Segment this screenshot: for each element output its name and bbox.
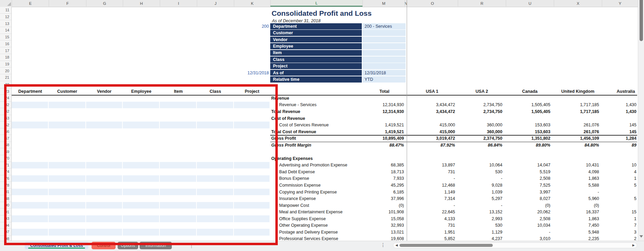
banded-row-cell[interactable] [197,162,233,169]
filter-value-customer[interactable] [362,30,406,36]
value-cell[interactable]: 1,717,185 [551,102,599,109]
scroll-down-arrow-icon[interactable] [640,235,643,238]
row-header-13[interactable]: 13 [0,20,11,27]
value-cell[interactable]: 1,419,521 [356,128,404,135]
value-cell[interactable]: 153,603 [502,122,550,128]
value-cell[interactable]: 1,863 [551,215,599,222]
horizontal-scrollbar-thumb[interactable] [399,244,493,247]
value-cell[interactable]: 68,385 [356,162,404,169]
value-cell[interactable]: 12,468 [407,182,455,189]
banded-row-cell[interactable] [234,202,270,209]
row-header-21[interactable]: 21 [0,74,11,81]
banded-row-cell[interactable] [12,175,48,182]
banded-row-cell[interactable] [86,202,122,209]
banded-row-cell[interactable] [160,122,196,128]
value-cell[interactable]: 10 [602,162,636,169]
row-header-18[interactable]: 18 [0,54,11,61]
value-cell[interactable]: 7,525 [502,182,550,189]
banded-row-cell[interactable] [49,202,85,209]
banded-row-cell[interactable] [49,102,85,109]
value-cell[interactable]: 1,456,109 [551,135,599,142]
column-header-M[interactable]: M [362,0,405,7]
horizontal-scrollbar[interactable]: ◀ ▶ [393,242,637,248]
value-cell[interactable]: 7 [602,222,636,229]
column-header-I[interactable]: I [160,0,197,7]
value-cell[interactable]: 1 [602,175,636,182]
value-cell[interactable]: 2,235 [551,236,599,241]
row-header-78[interactable]: 78 [0,182,11,189]
value-cell[interactable]: 10,431 [551,162,599,169]
banded-row-cell[interactable] [123,102,159,109]
banded-row-cell[interactable] [12,229,48,236]
value-cell[interactable]: 10,034 [502,222,550,229]
banded-row-cell[interactable] [123,122,159,128]
value-cell[interactable]: 2,508 [502,175,550,182]
value-cell[interactable]: 3,434,472 [407,108,455,115]
row-header-76[interactable]: 76 [0,175,11,182]
filter-value-department[interactable]: 200 - Services [362,23,406,29]
value-cell[interactable]: 145 [602,128,636,135]
row-header-94[interactable]: 94 [0,222,11,229]
value-cell[interactable]: (0) [551,202,599,209]
value-cell[interactable]: - [454,202,508,209]
row-header-19[interactable]: 19 [0,61,11,68]
value-cell[interactable]: 1,149 [407,189,455,196]
value-cell[interactable]: 2,508 [502,215,550,222]
row-header-42[interactable]: 42 [0,108,11,115]
value-cell[interactable]: 5,519 [502,168,550,175]
filter-value-project[interactable] [362,63,406,69]
value-cell[interactable]: - [502,229,556,236]
value-cell[interactable]: 153,603 [502,128,550,135]
value-cell[interactable]: 2,993 [454,215,502,222]
value-cell[interactable]: 37,996 [356,195,404,202]
banded-row-cell[interactable] [234,122,270,128]
value-cell[interactable]: 2,374,750 [454,135,502,142]
row-header-68[interactable]: 68 [0,142,11,149]
row-header-17[interactable]: 17 [0,47,11,54]
value-cell[interactable]: 2 [602,236,636,241]
value-cell[interactable]: 1,039 [454,189,502,196]
row-header-90[interactable]: 90 [0,202,11,209]
value-cell[interactable]: 5,297 [454,195,502,202]
sheet-tab-information[interactable]: Information [140,242,172,249]
column-header-R[interactable]: R [458,0,506,7]
value-cell[interactable]: 1,430 [602,102,636,109]
sheet-tab-consolidated-profit-loss[interactable]: Consolidated Profit & Loss [25,242,88,249]
value-cell[interactable]: 3 [602,229,636,236]
banded-row-cell[interactable] [86,122,122,128]
row-header-12[interactable]: 12 [0,14,11,21]
value-cell[interactable]: 1,284 [602,135,636,142]
value-cell[interactable]: 6,185 [356,189,404,196]
value-cell[interactable]: 731 [407,168,455,175]
column-header-J[interactable]: J [197,0,234,7]
value-cell[interactable]: 1 [602,215,636,222]
filter-value-vendor[interactable] [362,37,406,43]
column-header-O[interactable]: O [407,0,458,7]
value-cell[interactable]: 2,734,750 [454,108,502,115]
banded-row-cell[interactable] [197,202,233,209]
row-header-66[interactable]: 66 [0,128,11,135]
banded-row-cell[interactable] [12,162,48,169]
banded-row-cell[interactable] [86,215,122,222]
filter-value-employee[interactable] [362,43,406,49]
value-cell[interactable]: 1,863 [551,175,599,182]
banded-row-cell[interactable] [160,229,196,236]
banded-row-cell[interactable] [197,102,233,109]
banded-row-cell[interactable] [197,189,233,196]
banded-row-cell[interactable] [49,175,85,182]
value-cell[interactable]: 1,505,405 [502,102,550,109]
column-header-K[interactable]: K [234,0,270,7]
value-cell[interactable]: 1,129 [454,229,502,236]
value-cell[interactable]: 3,010 [502,236,550,241]
banded-row-cell[interactable] [160,202,196,209]
value-cell[interactable]: 13,152 [454,209,502,215]
value-cell[interactable]: 415,000 [407,122,455,128]
value-cell[interactable]: 5,960 [551,195,599,202]
column-headers[interactable]: EFGHIJKLMNORUXY [0,0,638,7]
row-header-91[interactable]: 91 [0,209,11,215]
row-header-23[interactable]: 23 [0,88,11,95]
scrollbar-splitter-dots-icon[interactable]: ⋮ [381,242,385,248]
value-cell[interactable]: 7,314 [407,195,455,202]
value-cell[interactable]: 18,713 [356,168,404,175]
value-cell[interactable]: 415,000 [407,128,455,135]
